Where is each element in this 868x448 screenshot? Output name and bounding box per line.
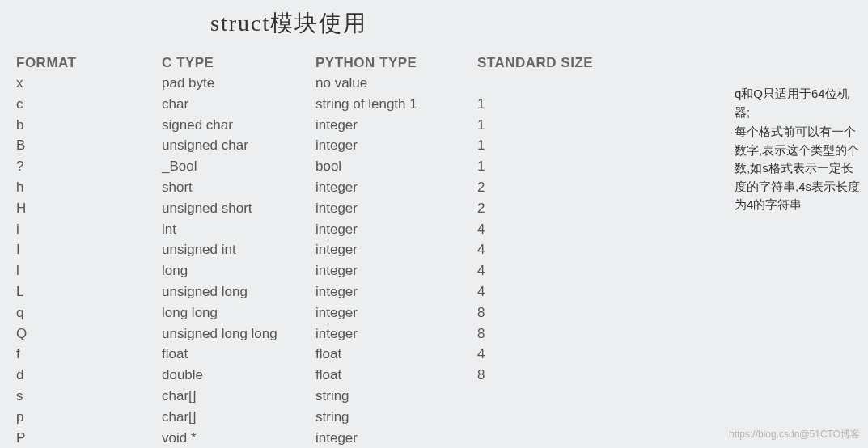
cell-ctype: long <box>162 260 315 281</box>
cell-ptype: integer <box>315 239 477 260</box>
cell-format: s <box>16 386 162 407</box>
note-1: q和Q只适用于64位机器; <box>735 85 860 121</box>
cell-size: 1 <box>477 115 623 136</box>
cell-format: I <box>16 239 162 260</box>
cell-format: d <box>16 365 162 386</box>
cell-format: i <box>16 219 162 240</box>
cell-format: l <box>16 260 162 281</box>
cell-size: 8 <box>477 365 623 386</box>
cell-ptype: integer <box>315 302 477 323</box>
cell-size: 1 <box>477 156 623 177</box>
cell-size: 1 <box>477 94 623 115</box>
cell-size <box>477 428 623 448</box>
cell-size: 1 <box>477 135 623 156</box>
note-2: 每个格式前可以有一个数字,表示这个类型的个数,如s格式表示一定长度的字符串,4s… <box>735 123 860 214</box>
cell-format: c <box>16 94 162 115</box>
cell-ptype: string <box>315 407 477 428</box>
cell-format: h <box>16 177 162 198</box>
cell-format: Q <box>16 323 162 344</box>
cell-format: x <box>16 73 162 94</box>
cell-ptype: integer <box>315 177 477 198</box>
cell-ptype: integer <box>315 428 477 448</box>
cell-format: H <box>16 198 162 219</box>
cell-ctype: pad byte <box>162 73 315 94</box>
cell-size: 2 <box>477 198 623 219</box>
cell-size: 4 <box>477 219 623 240</box>
cell-ptype: no value <box>315 73 477 94</box>
cell-format: P <box>16 428 162 448</box>
cell-format: p <box>16 407 162 428</box>
header-ptype: PYTHON TYPE <box>315 55 477 73</box>
cell-size: 4 <box>477 344 623 365</box>
cell-ptype: integer <box>315 260 477 281</box>
cell-ctype: double <box>162 365 315 386</box>
cell-format: L <box>16 281 162 302</box>
cell-ctype: long long <box>162 302 315 323</box>
cell-size: 8 <box>477 323 623 344</box>
header-format: FORMAT <box>16 55 162 73</box>
cell-ctype: char[] <box>162 386 315 407</box>
cell-ptype: integer <box>315 323 477 344</box>
cell-ctype: unsigned long long <box>162 323 315 344</box>
cell-size <box>477 407 623 428</box>
cell-ctype: unsigned int <box>162 239 315 260</box>
cell-ptype: float <box>315 344 477 365</box>
page-title: struct模块使用 <box>210 8 735 39</box>
cell-size: 4 <box>477 281 623 302</box>
cell-size: 8 <box>477 302 623 323</box>
cell-format: q <box>16 302 162 323</box>
cell-ptype: integer <box>315 281 477 302</box>
cell-ctype: short <box>162 177 315 198</box>
cell-size: 2 <box>477 177 623 198</box>
cell-size <box>477 73 623 94</box>
cell-size <box>477 386 623 407</box>
cell-ctype: signed char <box>162 115 315 136</box>
cell-size: 4 <box>477 260 623 281</box>
cell-ctype: void * <box>162 428 315 448</box>
cell-ptype: float <box>315 365 477 386</box>
cell-format: b <box>16 115 162 136</box>
cell-ctype: char <box>162 94 315 115</box>
cell-ptype: bool <box>315 156 477 177</box>
cell-ctype: char[] <box>162 407 315 428</box>
cell-ptype: string <box>315 386 477 407</box>
header-size: STANDARD SIZE <box>477 55 623 73</box>
header-ctype: C TYPE <box>162 55 315 73</box>
cell-ctype: unsigned long <box>162 281 315 302</box>
cell-ctype: _Bool <box>162 156 315 177</box>
watermark-text: https://blog.csdn@51CTO博客 <box>729 428 860 442</box>
cell-size: 4 <box>477 239 623 260</box>
format-table: FORMAT C TYPE PYTHON TYPE STANDARD SIZE … <box>16 55 735 448</box>
cell-format: B <box>16 135 162 156</box>
cell-ctype: unsigned short <box>162 198 315 219</box>
sidebar-notes: q和Q只适用于64位机器; 每个格式前可以有一个数字,表示这个类型的个数,如s格… <box>735 0 868 448</box>
cell-ptype: integer <box>315 198 477 219</box>
cell-ptype: integer <box>315 135 477 156</box>
cell-format: f <box>16 344 162 365</box>
cell-ctype: unsigned char <box>162 135 315 156</box>
cell-ptype: string of length 1 <box>315 94 477 115</box>
cell-ptype: integer <box>315 219 477 240</box>
cell-ptype: integer <box>315 115 477 136</box>
cell-ctype: float <box>162 344 315 365</box>
cell-format: ? <box>16 156 162 177</box>
cell-ctype: int <box>162 219 315 240</box>
